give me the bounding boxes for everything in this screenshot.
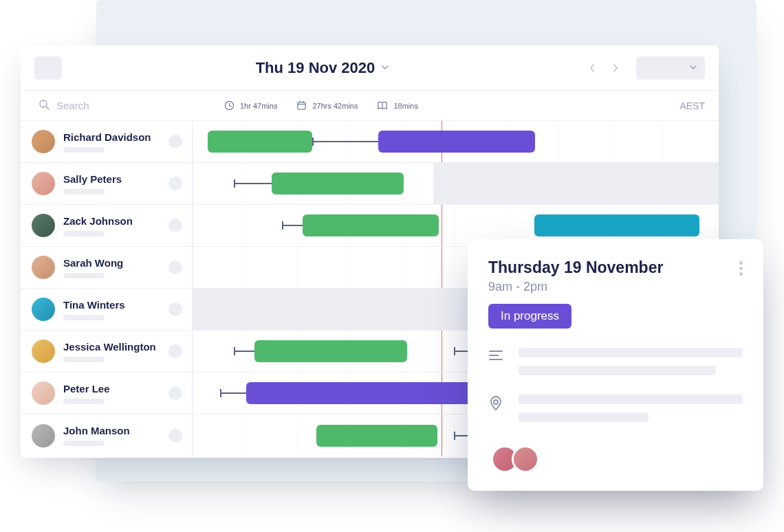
shift-bar[interactable] — [534, 214, 699, 236]
user-name: Sarah Wong — [63, 257, 123, 269]
user-subtitle-placeholder — [63, 399, 105, 404]
avatar — [32, 172, 55, 195]
avatar — [32, 130, 55, 153]
user-subtitle-placeholder — [63, 273, 105, 278]
location-icon — [488, 395, 506, 422]
row-status-dot — [168, 135, 182, 148]
prev-day-button[interactable] — [582, 58, 602, 78]
row-status-dot — [168, 429, 182, 443]
user-cell[interactable]: Sarah Wong — [21, 247, 193, 288]
stats-row: Search 1hr 47mins 27hrs 42mins 18mins — [21, 91, 719, 121]
notes-icon — [488, 348, 506, 375]
row-status-dot — [168, 177, 182, 190]
user-cell[interactable]: Richard Davidson — [21, 121, 193, 162]
header-left-placeholder — [34, 56, 62, 80]
shift-bar[interactable] — [303, 214, 439, 236]
date-picker[interactable]: Thu 19 Nov 2020 — [62, 59, 582, 77]
user-cell[interactable]: John Manson — [21, 414, 193, 456]
user-subtitle-placeholder — [63, 357, 105, 362]
stat-book: 18mins — [377, 100, 417, 111]
popover-notes-section — [488, 348, 743, 375]
svg-point-3 — [494, 400, 498, 404]
row-status-dot — [168, 344, 182, 358]
search-input[interactable]: Search — [21, 91, 193, 120]
shift-bar[interactable] — [378, 131, 535, 153]
stat-clock: 1hr 47mins — [224, 100, 277, 111]
placeholder-line — [519, 366, 716, 375]
popover-assignees — [488, 445, 743, 473]
row-status-dot — [168, 219, 182, 232]
popover-title: Thursday 19 November — [488, 258, 663, 277]
clock-icon — [224, 100, 235, 111]
user-cell[interactable]: Tina Winters — [21, 289, 193, 330]
user-name: Peter Lee — [63, 383, 110, 395]
avatar[interactable] — [512, 445, 539, 473]
timeline-row: Richard Davidson — [21, 121, 719, 163]
user-cell[interactable]: Zack Johnson — [21, 205, 193, 246]
shift-bar[interactable] — [208, 131, 312, 153]
current-date: Thu 19 Nov 2020 — [256, 59, 375, 77]
avatar — [32, 424, 55, 447]
timeline-row: Sally Peters — [21, 163, 719, 205]
stats-group: 1hr 47mins 27hrs 42mins 18mins — [193, 100, 679, 111]
user-subtitle-placeholder — [63, 441, 105, 446]
avatar — [32, 381, 55, 405]
placeholder-line — [519, 395, 743, 404]
unavailable-block — [433, 163, 719, 205]
stat-book-value: 18mins — [393, 102, 417, 110]
avatar — [32, 340, 55, 363]
break-whisker — [312, 141, 381, 142]
user-name: Jessica Wellington — [63, 341, 156, 353]
user-cell[interactable]: Peter Lee — [21, 373, 193, 414]
avatar — [32, 214, 55, 237]
row-status-dot — [168, 261, 182, 274]
row-status-dot — [168, 302, 182, 316]
shift-bar[interactable] — [316, 425, 437, 447]
stat-calendar: 27hrs 42mins — [296, 100, 358, 111]
user-name: Richard Davidson — [63, 131, 151, 143]
row-status-dot — [168, 386, 182, 400]
svg-rect-2 — [298, 102, 305, 109]
avatar — [32, 298, 55, 321]
timezone-label: AEST — [679, 100, 719, 111]
user-cell[interactable]: Jessica Wellington — [21, 331, 193, 372]
user-subtitle-placeholder — [63, 189, 105, 195]
chevron-down-icon — [690, 63, 697, 73]
search-icon — [39, 99, 50, 112]
status-badge: In progress — [488, 304, 571, 329]
placeholder-line — [519, 348, 743, 357]
stat-clock-value: 1hr 47mins — [240, 102, 277, 110]
shift-bar[interactable] — [254, 340, 407, 362]
header-bar: Thu 19 Nov 2020 — [21, 45, 719, 91]
shift-detail-popover: Thursday 19 November 9am - 2pm In progre… — [468, 239, 763, 491]
search-placeholder: Search — [56, 100, 89, 111]
more-options-button[interactable] — [739, 258, 743, 276]
popover-location-section — [488, 395, 743, 422]
user-cell[interactable]: Sally Peters — [21, 163, 193, 204]
view-dropdown[interactable] — [636, 56, 705, 80]
calendar-icon — [296, 100, 307, 111]
stat-calendar-value: 27hrs 42mins — [312, 102, 358, 110]
user-subtitle-placeholder — [63, 231, 105, 236]
user-name: John Manson — [63, 425, 130, 436]
header-controls — [582, 56, 705, 80]
user-subtitle-placeholder — [63, 315, 105, 320]
user-name: Zack Johnson — [63, 215, 133, 227]
avatar — [32, 256, 55, 279]
placeholder-line — [519, 412, 649, 422]
next-day-button[interactable] — [606, 58, 625, 78]
row-track[interactable] — [193, 121, 719, 162]
chevron-down-icon — [382, 63, 389, 73]
user-name: Tina Winters — [63, 299, 125, 311]
popover-time: 9am - 2pm — [488, 280, 663, 294]
book-icon — [377, 100, 388, 111]
user-subtitle-placeholder — [63, 147, 105, 153]
row-track[interactable] — [193, 163, 719, 204]
user-name: Sally Peters — [63, 173, 122, 185]
shift-bar[interactable] — [272, 173, 404, 195]
